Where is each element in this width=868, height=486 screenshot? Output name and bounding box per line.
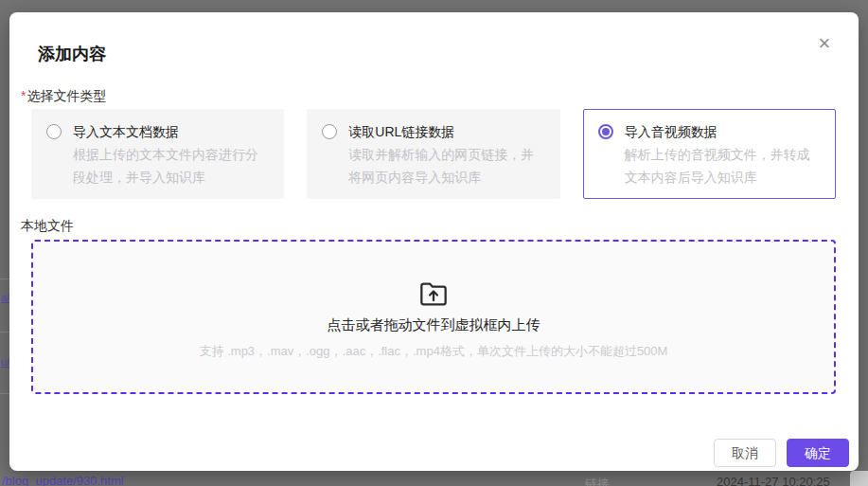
option-description: 根据上传的文本文件内容进行分段处理，并导入知识库	[73, 143, 269, 189]
file-type-label-text: 选择文件类型	[27, 88, 106, 103]
option-description: 解析上传的音视频文件，并转成文本内容后导入知识库	[625, 143, 821, 189]
option-import-text-document[interactable]: 导入文本文档数据 根据上传的文本文件内容进行分段处理，并导入知识库	[31, 109, 284, 199]
option-title: 读取URL链接数据	[348, 122, 544, 141]
required-mark: *	[21, 88, 26, 103]
dropzone-instruction: 点击或者拖动文件到虚拟框内上传	[328, 316, 540, 334]
file-upload-dropzone[interactable]: 点击或者拖动文件到虚拟框内上传 支持 .mp3，.mav，.ogg，.aac，.…	[31, 240, 836, 394]
folder-upload-icon	[419, 281, 448, 307]
file-type-label: *选择文件类型	[21, 88, 106, 105]
add-content-dialog: 添加内容 × *选择文件类型 导入文本文档数据 根据上传的文本文件内容进行分段处…	[9, 12, 859, 471]
radio-unselected-icon[interactable]	[322, 124, 337, 139]
option-text: 读取URL链接数据 读取并解析输入的网页链接，并将网页内容导入知识库	[348, 122, 544, 189]
option-title: 导入音视频数据	[625, 122, 821, 141]
radio-selected-icon[interactable]	[598, 124, 613, 139]
dialog-title: 添加内容	[38, 43, 106, 65]
local-file-label-text: 本地文件	[21, 218, 74, 233]
background-row-divider	[0, 279, 9, 279]
confirm-button[interactable]: 确定	[787, 439, 849, 467]
option-import-audio-video[interactable]: 导入音视频数据 解析上传的音视频文件，并转成文本内容后导入知识库	[583, 109, 836, 199]
background-row-divider	[0, 393, 9, 394]
background-link-column-label: 链接	[585, 476, 610, 486]
background-url-link: /blog_update/930.html	[2, 474, 124, 486]
background-row-divider	[0, 332, 9, 333]
background-button-fragment	[850, 471, 868, 486]
option-read-url-link[interactable]: 读取URL链接数据 读取并解析输入的网页链接，并将网页内容导入知识库	[307, 109, 559, 199]
background-timestamp: 2024-11-27 10:20:25	[717, 475, 830, 486]
local-file-label: 本地文件	[21, 218, 74, 235]
option-title: 导入文本文档数据	[73, 122, 269, 141]
cancel-button[interactable]: 取消	[714, 439, 776, 467]
file-type-options: 导入文本文档数据 根据上传的文本文件内容进行分段处理，并导入知识库 读取URL链…	[31, 109, 836, 199]
dropzone-format-hint: 支持 .mp3，.mav，.ogg，.aac，.flac，.mp4格式，单次文件…	[200, 343, 668, 360]
dialog-footer: 取消 确定	[714, 439, 849, 467]
radio-unselected-icon[interactable]	[46, 124, 62, 139]
option-description: 读取并解析输入的网页链接，并将网页内容导入知识库	[348, 143, 544, 189]
option-text: 导入音视频数据 解析上传的音视频文件，并转成文本内容后导入知识库	[625, 122, 821, 189]
close-icon[interactable]: ×	[811, 31, 838, 58]
option-text: 导入文本文档数据 根据上传的文本文件内容进行分段处理，并导入知识库	[73, 122, 269, 189]
